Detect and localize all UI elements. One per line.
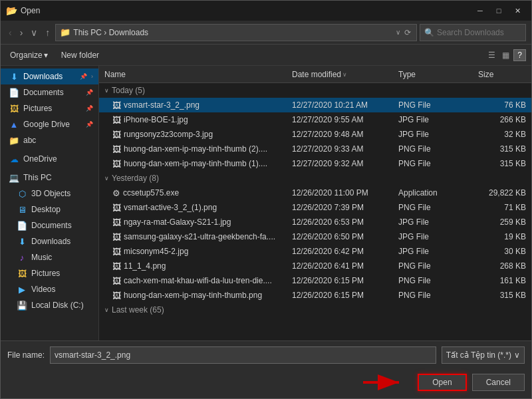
minimize-button[interactable]: ─ — [471, 3, 489, 18]
sidebar-item-pictures-pinned[interactable]: 🖼 Pictures 📌 — [1, 100, 98, 116]
up-button[interactable]: ↑ — [43, 26, 53, 39]
view-grid-button[interactable]: ▦ — [499, 49, 512, 61]
sidebar-item-local-disk[interactable]: 💾 Local Disk (C:) — [1, 297, 98, 313]
forward-button[interactable]: › — [17, 26, 26, 39]
sidebar-item-pictures[interactable]: 🖼 Pictures — [1, 265, 98, 281]
search-input[interactable] — [437, 28, 517, 37]
group-arrow-icon: ∨ — [104, 87, 109, 94]
filename-input[interactable] — [50, 346, 436, 364]
file-icon: ⚙ — [112, 188, 120, 198]
sidebar-item-onedrive[interactable]: ☁ OneDrive — [1, 151, 98, 167]
table-row[interactable]: ⚙ ccsetup575.exe 12/26/2020 11:00 PM App… — [99, 186, 531, 200]
documents2-icon: 📄 — [17, 220, 27, 231]
pin-icon: 📌 — [86, 121, 93, 128]
address-dropdown-icon[interactable]: ∨ — [396, 29, 400, 36]
group-today[interactable]: ∨ Today (5) — [99, 83, 531, 98]
group-arrow-icon: ∨ — [104, 175, 109, 182]
dropdown-button[interactable]: ∨ — [28, 26, 40, 39]
table-row[interactable]: 🖼 huong-dan-xem-ip-may-tinh-thumb (2)...… — [99, 142, 531, 156]
file-size: 76 KB — [475, 100, 529, 110]
table-row[interactable]: 🖼 huong-dan-xem-ip-may-tinh-thumb.png 12… — [99, 288, 531, 303]
group-lastweek[interactable]: ∨ Last week (65) — [99, 303, 531, 317]
maximize-button[interactable]: □ — [490, 3, 507, 18]
file-name-cell: 🖼 cach-xem-mat-khau-wifi-da-luu-tren-die… — [102, 276, 289, 286]
file-icon: 🖼 — [112, 217, 121, 227]
table-row[interactable]: 🖼 vsmart-star-3_2_.png 12/27/2020 10:21 … — [99, 98, 531, 112]
sidebar-item-music[interactable]: ♪ Music — [1, 249, 98, 265]
sidebar-label: Music — [31, 253, 93, 262]
sidebar-item-google-drive[interactable]: ▲ Google Drive 📌 — [1, 116, 98, 132]
refresh-button[interactable]: ⟳ — [403, 28, 412, 37]
open-button[interactable]: Open — [418, 374, 466, 391]
sidebar-item-videos[interactable]: ▶ Videos — [1, 281, 98, 297]
sidebar-label: Downloads — [31, 237, 93, 246]
file-type: JPG File — [396, 130, 475, 139]
file-name-text: huong-dan-xem-ip-may-tinh-thumb (2).... — [124, 144, 267, 154]
file-type: PNG File — [396, 203, 475, 212]
table-row[interactable]: 🖼 cach-xem-mat-khau-wifi-da-luu-tren-die… — [99, 273, 531, 288]
sidebar-label: abc — [23, 136, 93, 145]
chevron-icon: › — [91, 73, 93, 80]
file-name-text: cach-xem-mat-khau-wifi-da-luu-tren-die..… — [124, 276, 272, 285]
table-row[interactable]: 🖼 11_1_4.png 12/26/2020 6:41 PM PNG File… — [99, 259, 531, 273]
sidebar-label: 3D Objects — [31, 189, 93, 198]
col-type-header[interactable]: Type — [396, 70, 475, 79]
cancel-button[interactable]: Cancel — [472, 374, 525, 391]
file-panel: Name Date modified ∨ Type Size ∨ Toda — [99, 66, 531, 340]
group-arrow-icon: ∨ — [104, 307, 109, 313]
search-box[interactable]: 🔍 — [420, 24, 526, 41]
col-date-header[interactable]: Date modified ∨ — [289, 70, 396, 79]
file-type: JPG File — [396, 247, 475, 256]
organize-button[interactable]: Organize ▾ — [6, 49, 52, 61]
address-folder-icon: 📁 — [60, 27, 70, 37]
view-list-button[interactable]: ☰ — [485, 49, 498, 61]
new-folder-button[interactable]: New folder — [57, 49, 103, 61]
sidebar-item-abc[interactable]: 📁 abc — [1, 132, 98, 148]
file-name-text: iPhone-BOE-1.jpg — [124, 115, 188, 124]
file-icon: 🖼 — [112, 247, 121, 257]
sidebar-item-desktop[interactable]: 🖥 Desktop — [1, 201, 98, 217]
file-date: 12/26/2020 6:53 PM — [289, 217, 396, 227]
table-row[interactable]: 🖼 rungsonyz3z3comp-3.jpg 12/27/2020 9:48… — [99, 127, 531, 142]
file-name-text: 11_1_4.png — [124, 261, 166, 271]
filetype-dropdown[interactable]: Tất cả Tệp tin (*.*) ∨ — [442, 346, 525, 364]
file-icon: 🖼 — [112, 100, 121, 110]
open-dialog: 📂 Open ─ □ ✕ ‹ › ∨ ↑ 📁 This PC › Downloa… — [0, 0, 532, 399]
sidebar-item-documents[interactable]: 📄 Documents — [1, 217, 98, 233]
back-button[interactable]: ‹ — [6, 26, 15, 39]
group-today-label: Today (5) — [112, 86, 145, 95]
table-row[interactable]: 🖼 vsmart-active-3_2_(1).png 12/26/2020 7… — [99, 200, 531, 215]
new-folder-label: New folder — [61, 51, 99, 60]
file-name-cell: 🖼 ngay-ra-mat-Galaxy-S21-1.jpg — [102, 217, 289, 227]
table-row[interactable]: 🖼 micsonym45-2.jpg 12/26/2020 6:42 PM JP… — [99, 244, 531, 259]
file-name-text: huong-dan-xem-ip-may-tinh-thumb (1).... — [124, 159, 267, 168]
col-name-label: Name — [104, 70, 126, 79]
col-name-header[interactable]: Name — [102, 70, 289, 79]
sidebar-item-this-pc[interactable]: 💻 This PC — [1, 170, 98, 186]
file-date: 12/26/2020 7:39 PM — [289, 203, 396, 212]
address-bar[interactable]: 📁 This PC › Downloads ∨ ⟳ — [55, 24, 417, 41]
pin-icon: 📌 — [86, 89, 93, 96]
file-icon: 🖼 — [112, 276, 121, 286]
table-row[interactable]: 🖼 samsung-galaxy-s21-ultra-geekbench-fa.… — [99, 229, 531, 244]
table-row[interactable]: 🖼 ngay-ra-mat-Galaxy-S21-1.jpg 12/26/202… — [99, 215, 531, 229]
table-row[interactable]: 🖼 huong-dan-xem-ip-may-tinh-thumb (1)...… — [99, 156, 531, 171]
pin-icon: 📌 — [86, 105, 93, 112]
group-yesterday[interactable]: ∨ Yesterday (8) — [99, 171, 531, 186]
sidebar-item-documents-pinned[interactable]: 📄 Documents 📌 — [1, 84, 98, 100]
this-pc-icon: 💻 — [9, 172, 19, 183]
sidebar-item-downloads[interactable]: ⬇ Downloads — [1, 233, 98, 249]
downloads2-icon: ⬇ — [17, 236, 27, 247]
sidebar-item-3d-objects[interactable]: ⬡ 3D Objects — [1, 186, 98, 201]
close-button[interactable]: ✕ — [509, 3, 526, 18]
file-type: PNG File — [396, 261, 475, 271]
table-row[interactable]: 🖼 iPhone-BOE-1.jpg 12/27/2020 9:55 AM JP… — [99, 112, 531, 127]
file-size: 315 KB — [475, 159, 529, 168]
file-size: 30 KB — [475, 247, 529, 256]
file-size: 266 KB — [475, 115, 529, 124]
help-button[interactable]: ? — [513, 49, 526, 61]
sidebar-label: Local Disk (C:) — [31, 301, 93, 310]
file-list[interactable]: ∨ Today (5) 🖼 vsmart-star-3_2_.png 12/27… — [99, 83, 531, 340]
col-size-header[interactable]: Size — [475, 70, 529, 79]
sidebar-item-downloads-pinned[interactable]: ⬇ Downloads 📌 › — [1, 68, 98, 84]
